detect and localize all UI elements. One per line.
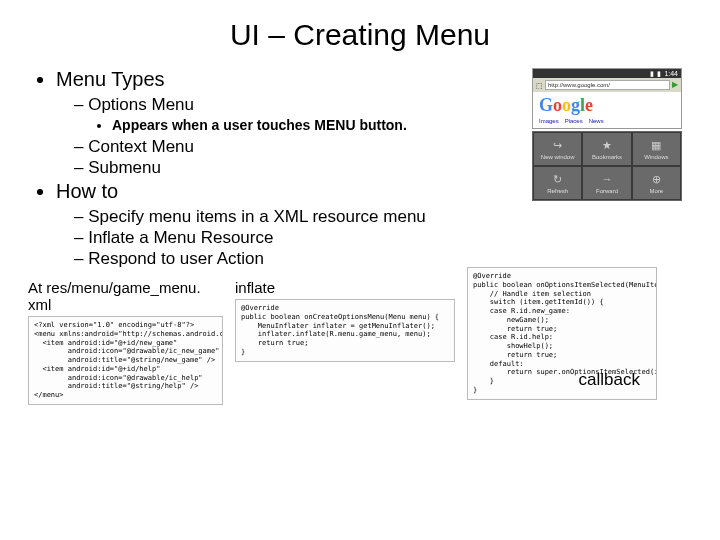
- bullet-howto-2: Inflate a Menu Resource: [74, 228, 532, 248]
- bullet-howto-3: Respond to user Action: [74, 249, 532, 269]
- menu-refresh: ↻Refresh: [533, 166, 582, 200]
- signal-icon: ▮: [650, 70, 654, 77]
- text: Options Menu: [88, 95, 194, 114]
- content-left: Menu Types Options Menu Appears when a u…: [28, 68, 532, 271]
- text: Submenu: [88, 158, 161, 177]
- google-links: Images Places News: [539, 118, 675, 124]
- options-menu-grid: ↪New window ★Bookmarks ▦Windows ↻Refresh…: [532, 131, 682, 201]
- link-b: Places: [565, 118, 583, 124]
- bullet-options-menu: Options Menu Appears when a user touches…: [74, 95, 532, 133]
- phone-urlbar: ⬚ http://www.google.com/ ▶: [533, 78, 681, 92]
- battery-icon: ▮: [657, 70, 661, 77]
- label: More: [649, 188, 663, 194]
- inflate-label: inflate: [235, 279, 455, 296]
- menu-forward: →Forward: [582, 166, 631, 200]
- bullet-howto-1: Specify menu items in a XML resource men…: [74, 207, 532, 227]
- slide-title: UI – Creating Menu: [28, 18, 692, 52]
- google-logo: Google: [539, 96, 675, 114]
- menu-new-window: ↪New window: [533, 132, 582, 166]
- xml-path-label: At res/menu/game_menu. xml: [28, 279, 223, 313]
- bullet-submenu: Submenu: [74, 158, 532, 178]
- bullet-menu-types: Menu Types Options Menu Appears when a u…: [56, 68, 532, 178]
- phone-screenshot: ▮ ▮ 1:44 ⬚ http://www.google.com/ ▶ Goog…: [532, 68, 682, 129]
- link-a: Images: [539, 118, 559, 124]
- menu-bookmarks: ★Bookmarks: [582, 132, 631, 166]
- callback-label: callback: [579, 370, 640, 390]
- bullet-options-desc: Appears when a user touches MENU button.: [112, 117, 532, 133]
- phone-page: Google Images Places News: [533, 92, 681, 128]
- globe-icon: ⬚: [536, 82, 543, 89]
- bookmarks-icon: ★: [600, 138, 614, 152]
- label: Bookmarks: [592, 154, 622, 160]
- menu-more: ⊕More: [632, 166, 681, 200]
- bullet-context-menu: Context Menu: [74, 137, 532, 157]
- forward-icon: →: [600, 172, 614, 186]
- windows-icon: ▦: [649, 138, 663, 152]
- label: Refresh: [547, 188, 568, 194]
- text: Respond to user Action: [88, 249, 264, 268]
- go-icon: ▶: [672, 81, 678, 89]
- refresh-icon: ↻: [551, 172, 565, 186]
- label: Windows: [644, 154, 668, 160]
- bullet-how-to: How to Specify menu items in a XML resou…: [56, 180, 532, 269]
- clock: 1:44: [664, 70, 678, 77]
- code-inflate: @Override public boolean onCreateOptions…: [235, 299, 455, 362]
- label: Forward: [596, 188, 618, 194]
- url-field: http://www.google.com/: [545, 80, 670, 90]
- text: How to: [56, 180, 118, 202]
- more-icon: ⊕: [649, 172, 663, 186]
- text: Menu Types: [56, 68, 165, 90]
- text: Inflate a Menu Resource: [88, 228, 273, 247]
- new-window-icon: ↪: [551, 138, 565, 152]
- link-c: News: [589, 118, 604, 124]
- label: New window: [541, 154, 575, 160]
- menu-windows: ▦Windows: [632, 132, 681, 166]
- phone-statusbar: ▮ ▮ 1:44: [533, 69, 681, 78]
- text: Context Menu: [88, 137, 194, 156]
- code-xml: <?xml version="1.0" encoding="utf-8"?> <…: [28, 316, 223, 405]
- text: Specify menu items in a XML resource men…: [88, 207, 426, 226]
